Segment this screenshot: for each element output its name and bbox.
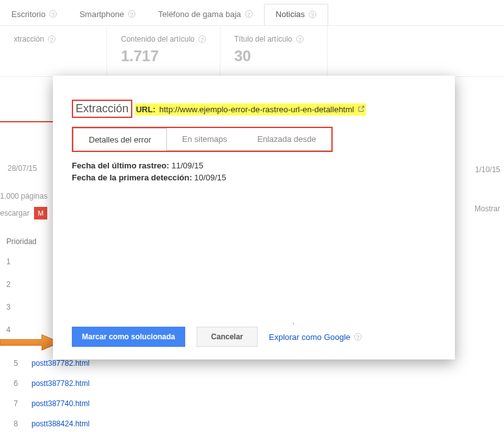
crawl-error-detail-modal: Extracción URL: http://www.ejemplo-error… [53, 76, 455, 359]
tab-desktop[interactable]: Escritorio ? [0, 4, 68, 25]
tab-label: Teléfono de gama baja [158, 9, 241, 19]
card-article-content[interactable]: Contenido del artículo? 1.717 [107, 26, 220, 76]
url-cell: postt388424.html [32, 419, 89, 428]
device-tab-bar: Escritorio ? Smartphone ? Teléfono de ga… [0, 0, 504, 26]
last-crawl-value: 11/09/15 [171, 161, 203, 170]
show-toggle[interactable]: Mostrar [474, 204, 500, 213]
tab-label: Noticias [276, 9, 305, 19]
first-detect-label: Fecha de la primera detección: [72, 173, 192, 182]
help-icon: ? [296, 35, 304, 43]
card-extraction[interactable]: xtracción? [0, 26, 107, 76]
card-label: Contenido del artículo [121, 35, 195, 44]
tab-in-sitemaps[interactable]: En sitemaps [167, 128, 243, 151]
background-right-panel: 1/10/15 Mostrar [474, 165, 500, 213]
table-row[interactable]: 6postt387782.html [0, 373, 89, 394]
url-value: http://www.ejemplo-error-de-rastreo-url-… [159, 105, 354, 114]
mark-as-fixed-button[interactable]: Marcar como solucionada [72, 327, 185, 347]
help-icon: ? [354, 333, 362, 341]
card-label: xtracción [14, 35, 44, 44]
help-icon: ? [49, 10, 57, 18]
first-detect-value: 10/09/15 [194, 173, 226, 182]
modal-footer: Marcar como solucionada Cancelar Explora… [72, 327, 436, 347]
tab-smartphone[interactable]: Smartphone ? [68, 4, 147, 25]
annotation-arrow-icon [0, 334, 60, 351]
table-row[interactable]: 7postt387740.html [0, 394, 89, 414]
tab-error-details[interactable]: Detalles del error [73, 128, 167, 151]
annotation-highlight-title: Extracción [72, 100, 132, 118]
axis-date-end: 1/10/15 [474, 165, 500, 174]
summary-cards: xtracción? Contenido del artículo? 1.717… [0, 26, 504, 77]
annotation-highlight-tabs: Detalles del error En sitemaps Enlazada … [72, 127, 333, 152]
url-label: URL: [136, 105, 156, 114]
tab-feature-phone[interactable]: Teléfono de gama baja ? [147, 4, 264, 25]
card-value: 1.717 [121, 47, 206, 65]
tab-label: Escritorio [11, 9, 45, 19]
help-icon: ? [48, 35, 55, 43]
table-row[interactable]: 8postt388424.html [0, 414, 89, 432]
modal-tab-bar: Detalles del error En sitemaps Enlazada … [72, 127, 436, 152]
annotation-highlight-url: URL: http://www.ejemplo-error-de-rastreo… [135, 103, 366, 115]
help-icon: ? [128, 10, 135, 18]
fetch-as-google-link[interactable]: Explorar como Google ? [269, 332, 362, 342]
tab-linked-from[interactable]: Enlazada desde [243, 128, 331, 151]
tab-news[interactable]: Noticias ? [264, 4, 328, 25]
error-details-panel: Fecha del último rastreo: 11/09/15 Fecha… [72, 161, 436, 182]
download-link[interactable]: escargar [0, 209, 30, 218]
card-value: 30 [234, 47, 313, 65]
modal-title: Extracción [76, 102, 129, 115]
red-button[interactable]: M [34, 207, 47, 219]
link-label: Explorar como Google [269, 332, 350, 342]
svg-marker-0 [0, 335, 60, 351]
help-icon: ? [245, 10, 253, 18]
url-cell: postt387782.html [32, 359, 89, 368]
card-article-title[interactable]: Título del artículo? 30 [220, 26, 328, 76]
help-icon: ? [198, 35, 206, 43]
help-icon: ? [309, 11, 316, 18]
card-label: Título del artículo [234, 35, 292, 44]
tab-label: Smartphone [79, 9, 124, 19]
url-rows-below-modal: 5postt387782.html 6postt387782.html 7pos… [0, 353, 89, 432]
url-cell: postt387782.html [32, 379, 89, 388]
url-cell: postt387740.html [32, 399, 89, 408]
cancel-button[interactable]: Cancelar [197, 327, 258, 347]
last-crawl-label: Fecha del último rastreo: [72, 161, 169, 170]
open-external-icon[interactable] [358, 105, 365, 114]
